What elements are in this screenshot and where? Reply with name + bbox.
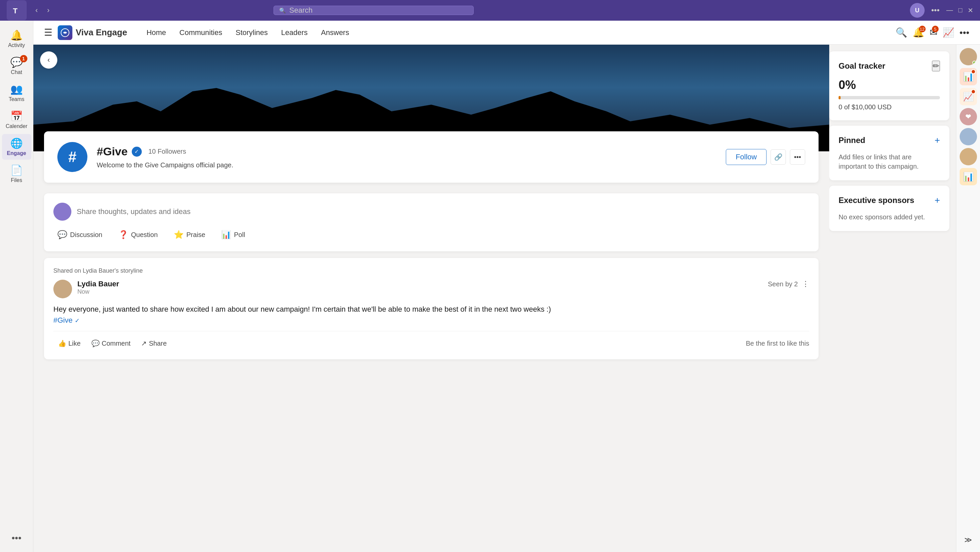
compose-avatar (53, 203, 72, 220)
goal-percent: 0% (838, 78, 940, 92)
far-right-icon-3[interactable]: 📈 (960, 88, 977, 105)
comment-label: Comment (102, 339, 131, 347)
minimize-button[interactable]: — (946, 6, 953, 14)
title-bar-right: U ••• — □ ✕ (910, 3, 973, 17)
goal-tracker-edit-button[interactable]: ✏ (932, 61, 940, 71)
pinned-description: Add files or links that are important to… (838, 152, 940, 171)
far-right-avatar-1[interactable] (960, 48, 977, 65)
pinned-header: Pinned + (838, 135, 940, 146)
title-bar-search-box[interactable]: 🔍 (274, 6, 474, 15)
nav-answers[interactable]: Answers (315, 26, 355, 40)
back-nav-button[interactable]: ‹ (32, 5, 41, 16)
far-right-avatar-3[interactable] (960, 128, 977, 145)
sidebar-item-engage[interactable]: 🌐 Engage (2, 134, 31, 160)
like-icon: 👍 (58, 339, 66, 347)
pinned-add-button[interactable]: + (935, 135, 940, 146)
sponsors-title: Executive sponsors (838, 196, 914, 205)
post-header: Lydia Bauer Now Seen by 2 ⋮ (53, 280, 809, 298)
praise-button[interactable]: ⭐ Praise (170, 227, 210, 242)
user-avatar[interactable]: U (910, 3, 924, 17)
forward-nav-button[interactable]: › (44, 5, 53, 16)
center-column: ‹ # #Give (33, 44, 829, 552)
collapse-panel-button[interactable]: ≫ (960, 531, 977, 549)
praise-label: Praise (186, 231, 205, 239)
sidebar-item-label: Files (11, 177, 22, 183)
teams-icon: 👥 (10, 83, 23, 95)
top-nav-more-button[interactable]: ••• (960, 27, 969, 38)
window-controls: — □ ✕ (946, 6, 973, 14)
community-info: #Give ✓ 10 Followers Welcome to the Give… (97, 145, 716, 169)
search-icon: 🔍 (279, 7, 286, 14)
compose-input[interactable] (77, 207, 809, 216)
top-nav-right: 🔍 🔔 12 ✉ 5 📈 ••• (896, 27, 969, 38)
title-bar: T ‹ › 🔍 U ••• — □ ✕ (0, 0, 980, 21)
main-area: ☰ Viva Engage Home Communities Storyline… (33, 21, 980, 552)
viva-engage-logo-icon (58, 25, 72, 40)
nav-links: Home Communities Storylines Leaders Answ… (140, 26, 355, 40)
hamburger-button[interactable]: ☰ (44, 27, 52, 38)
nav-leaders[interactable]: Leaders (275, 26, 314, 40)
comment-button[interactable]: 💬 Comment (87, 337, 135, 350)
sidebar-item-teams[interactable]: 👥 Teams (2, 80, 31, 106)
post-tag-verified: ✓ (75, 317, 80, 324)
app-body: 🔔 Activity 1 💬 Chat 👥 Teams 📅 Calender 🌐… (0, 21, 980, 552)
community-more-button[interactable]: ••• (790, 149, 805, 165)
sidebar-more-button[interactable]: ••• (8, 529, 25, 547)
sidebar-item-calendar[interactable]: 📅 Calender (2, 107, 31, 133)
chart-button[interactable]: 📈 (943, 27, 954, 38)
compose-row (53, 203, 809, 220)
sidebar-item-files[interactable]: 📄 Files (2, 161, 31, 187)
mail-button[interactable]: ✉ 5 (930, 27, 937, 38)
post-content: Hey everyone, just wanted to share how e… (53, 304, 809, 326)
maximize-button[interactable]: □ (958, 6, 963, 14)
far-right-icon-7[interactable]: 📊 (960, 168, 977, 186)
post-more-button[interactable]: ⋮ (802, 280, 809, 288)
nav-communities[interactable]: Communities (173, 26, 228, 40)
chevron-left-icon: ≫ (964, 536, 972, 544)
calendar-icon: 📅 (10, 110, 23, 122)
title-bar-more-button[interactable]: ••• (931, 6, 940, 15)
close-button[interactable]: ✕ (968, 6, 973, 14)
feed-post: Shared on Lydia Bauer's storyline Lydia … (44, 258, 819, 359)
like-label: Like (68, 339, 81, 347)
community-name-row: #Give ✓ 10 Followers (97, 145, 716, 158)
sidebar-item-label: Activity (8, 42, 25, 48)
discussion-button[interactable]: 💬 Discussion (53, 227, 107, 242)
sidebar-item-label: Teams (9, 96, 24, 102)
more-icon: ••• (12, 533, 21, 543)
discussion-icon: 💬 (57, 230, 67, 240)
link-button[interactable]: 🔗 (770, 149, 786, 165)
post-tag[interactable]: #Give (53, 316, 72, 324)
question-button[interactable]: ❓ Question (115, 227, 162, 242)
sponsors-add-button[interactable]: + (935, 195, 940, 206)
back-button[interactable]: ‹ (40, 51, 57, 69)
post-author-avatar (53, 280, 72, 298)
back-button-area: ‹ (33, 44, 57, 69)
share-label: Share (149, 339, 167, 347)
share-button[interactable]: ↗ Share (137, 337, 171, 350)
follow-button[interactable]: Follow (726, 149, 767, 165)
post-types: 💬 Discussion ❓ Question ⭐ Praise (53, 227, 809, 242)
search-button[interactable]: 🔍 (896, 27, 907, 38)
mail-badge: 5 (932, 26, 939, 32)
poll-button[interactable]: 📊 Poll (217, 227, 249, 242)
far-right-icon-2[interactable]: 📊 (960, 68, 977, 85)
far-right-avatar-2[interactable]: ❤ (960, 108, 977, 125)
app-logo: T (7, 0, 27, 20)
discussion-label: Discussion (70, 231, 102, 239)
far-right-notif-dot-3 (971, 89, 976, 94)
like-button[interactable]: 👍 Like (53, 337, 85, 350)
sidebar-item-activity[interactable]: 🔔 Activity (2, 26, 31, 52)
nav-home[interactable]: Home (140, 26, 172, 40)
post-actions: 👍 Like 💬 Comment ↗ Share Be t (53, 331, 809, 350)
content-area: ‹ # #Give (33, 44, 980, 552)
activity-icon: 🔔 (10, 29, 23, 41)
sidebar-item-chat[interactable]: 1 💬 Chat (2, 53, 31, 79)
notification-button[interactable]: 🔔 12 (913, 27, 924, 38)
goal-tracker-title: Goal tracker (838, 61, 885, 71)
shared-from: Shared on Lydia Bauer's storyline (53, 267, 809, 274)
far-right-avatar-4[interactable] (960, 148, 977, 165)
comment-icon: 💬 (91, 339, 100, 347)
nav-storylines[interactable]: Storylines (229, 26, 274, 40)
title-bar-search-input[interactable] (289, 6, 468, 15)
